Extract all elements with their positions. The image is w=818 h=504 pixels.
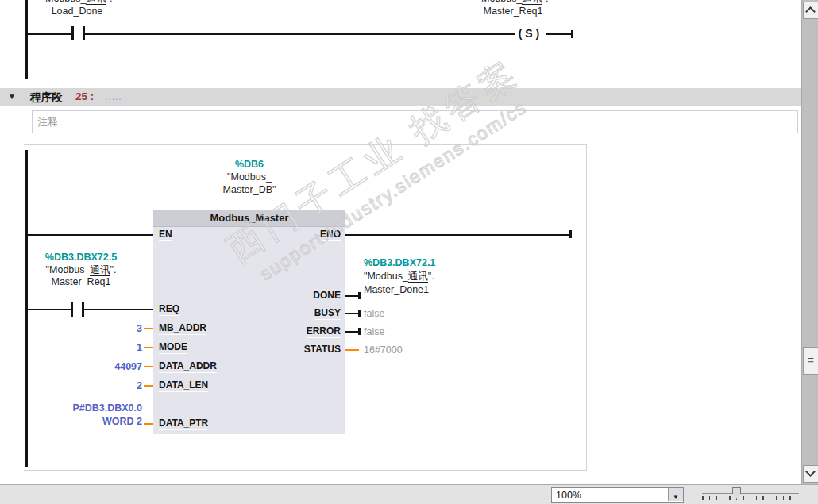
pin-eno[interactable]: ENO xyxy=(320,229,341,241)
network-title-placeholder[interactable]: ..... xyxy=(105,91,122,102)
status-bar: 100% ▼ xyxy=(0,484,818,504)
status-stub xyxy=(345,349,359,351)
rung-wire xyxy=(25,33,71,35)
value-data-ptr[interactable]: P#DB3.DBX0.0 WORD 2 xyxy=(27,402,142,428)
data-ptr-line2: WORD 2 xyxy=(27,415,142,429)
value-status[interactable]: 16#7000 xyxy=(364,344,403,356)
network-header[interactable]: ▼ 程序段 25 : ..... xyxy=(0,88,801,106)
pin-req[interactable]: REQ xyxy=(159,304,179,316)
req-wire xyxy=(84,309,153,310)
pin-mode[interactable]: MODE xyxy=(159,342,187,354)
req-wire xyxy=(27,309,71,310)
value-mode[interactable]: 1 xyxy=(40,342,142,353)
rung-wire xyxy=(546,33,572,35)
param-stub xyxy=(144,328,153,329)
done-stub xyxy=(345,295,359,297)
done-tick xyxy=(358,292,361,299)
busy-tick xyxy=(358,310,361,317)
eno-wire xyxy=(345,234,571,236)
param-stub xyxy=(144,423,153,425)
pin-data-ptr[interactable]: DATA_PTR xyxy=(159,418,208,430)
db-name-line2: Master_DB" xyxy=(153,183,345,196)
value-error[interactable]: false xyxy=(364,326,384,337)
scrollbar-thumb[interactable]: ≡ xyxy=(803,347,818,375)
tag-line: "Modbus_通讯". xyxy=(364,270,491,283)
vertical-scrollbar[interactable]: ≡ xyxy=(801,0,818,484)
pin-busy[interactable]: BUSY xyxy=(314,308,341,320)
instance-db-label[interactable]: %DB6 "Modbus_ Master_DB" xyxy=(153,158,345,196)
wire-end-tick xyxy=(569,230,572,238)
contact-symbol[interactable] xyxy=(71,26,74,40)
contact-symbol[interactable] xyxy=(71,302,73,317)
param-stub xyxy=(144,385,153,387)
zoom-level-combobox[interactable]: 100% ▼ xyxy=(551,487,684,503)
comment-placeholder: 注释 xyxy=(37,115,58,129)
power-rail xyxy=(25,0,28,79)
value-busy[interactable]: false xyxy=(364,308,384,319)
operand-address: %DB3.DBX72.5 xyxy=(32,252,130,264)
operand-name: Master_Req1 xyxy=(465,6,561,18)
slider-ticks xyxy=(702,496,799,500)
network-title: 程序段 xyxy=(30,90,63,105)
done-operand-label[interactable]: %DB3.DBX72.1 "Modbus_通讯". Master_Done1 xyxy=(364,256,491,297)
en-wire xyxy=(27,234,153,236)
zoom-level-value: 100% xyxy=(556,490,581,501)
chevron-up-icon xyxy=(805,6,816,17)
tia-portal-ladder-editor: "Modbus_通讯". Load_Done "Modbus_通讯". Mast… xyxy=(0,0,818,504)
pin-mb-addr[interactable]: MB_ADDR xyxy=(159,323,206,335)
zoom-slider[interactable] xyxy=(699,487,802,502)
pin-en[interactable]: EN xyxy=(159,229,172,241)
db-name-line1: "Modbus_ xyxy=(153,171,345,183)
contact-operand-label[interactable]: "Modbus_通讯". Load_Done xyxy=(30,0,124,17)
req-operand-label[interactable]: %DB3.DBX72.5 "Modbus_通讯". Master_Req1 xyxy=(32,252,130,289)
block-title: Modbus_Master xyxy=(153,210,345,227)
set-coil[interactable]: ( S ) xyxy=(511,27,546,40)
grip-icon: ≡ xyxy=(808,354,814,366)
operand-name: Master_Done1 xyxy=(364,283,491,297)
error-tick xyxy=(358,328,361,335)
db-address: %DB6 xyxy=(153,158,345,171)
collapse-triangle-icon[interactable]: ▼ xyxy=(8,92,16,101)
tag-line: "Modbus_通讯". xyxy=(465,0,561,6)
slider-track[interactable] xyxy=(702,493,799,494)
pin-error[interactable]: ERROR xyxy=(307,326,341,338)
combobox-dropdown-button[interactable]: ▼ xyxy=(668,488,683,501)
network-rung-area: %DB6 "Modbus_ Master_DB" Modbus_Master E… xyxy=(24,144,587,471)
pin-data-len[interactable]: DATA_LEN xyxy=(159,380,208,392)
data-ptr-line1: P#DB3.DBX0.0 xyxy=(27,402,142,415)
tag-line: "Modbus_通讯". xyxy=(30,0,124,6)
scroll-up-button[interactable] xyxy=(803,2,818,19)
value-mb-addr[interactable]: 3 xyxy=(40,323,142,334)
chevron-down-icon xyxy=(805,467,816,477)
param-stub xyxy=(144,347,153,348)
operand-name: Master_Req1 xyxy=(32,276,130,289)
network-comment-box[interactable]: 注释 xyxy=(32,110,798,133)
pin-status[interactable]: STATUS xyxy=(304,344,341,356)
tag-line: "Modbus_通讯". xyxy=(32,264,130,277)
error-stub xyxy=(345,331,359,333)
param-stub xyxy=(144,366,153,367)
value-data-addr[interactable]: 44097 xyxy=(40,361,142,372)
pin-done[interactable]: DONE xyxy=(313,290,341,302)
network-number: 25 : xyxy=(75,90,94,102)
busy-stub xyxy=(345,313,359,314)
scroll-down-button[interactable] xyxy=(803,465,818,483)
operand-address: %DB3.DBX72.1 xyxy=(364,256,491,270)
pin-data-addr[interactable]: DATA_ADDR xyxy=(159,361,217,373)
wire-end-tick xyxy=(571,30,573,38)
value-data-len[interactable]: 2 xyxy=(40,380,142,391)
coil-operand-label[interactable]: "Modbus_通讯". Master_Req1 xyxy=(465,0,561,17)
rung-wire xyxy=(85,33,515,35)
chevron-down-icon: ▼ xyxy=(673,494,679,501)
operand-name: Load_Done xyxy=(30,6,124,18)
